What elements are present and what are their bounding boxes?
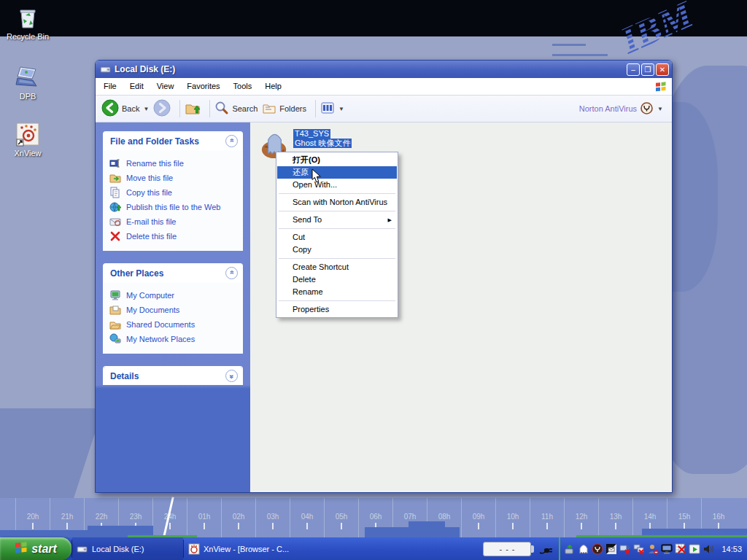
place-my-computer[interactable]: My Computer — [109, 288, 238, 303]
email-icon — [109, 216, 121, 228]
context-menu-item[interactable]: Cut — [277, 231, 397, 244]
tray-media-icon[interactable] — [689, 543, 700, 555]
task-email[interactable]: E-mail this file — [109, 214, 238, 229]
place-my-documents[interactable]: My Documents — [109, 303, 238, 317]
tray-removable-icon[interactable] — [564, 543, 576, 555]
mouse-cursor — [311, 168, 322, 187]
desktop-icon-recycle-bin[interactable]: Recycle Bin — [0, 6, 55, 41]
task-label: Delete this file — [126, 232, 177, 241]
taskbar-task-button[interactable]: XnView - [Browser - C... — [184, 537, 295, 560]
toolbar-separator — [315, 100, 316, 117]
timeline-hour-label: 13h — [598, 498, 632, 537]
task-label: My Computer — [126, 291, 174, 300]
views-icon — [320, 101, 335, 117]
norton-antivirus-icon[interactable] — [640, 102, 653, 116]
norton-dropdown-icon[interactable]: ▼ — [657, 106, 663, 112]
desktop-icon-label: XnView — [0, 149, 55, 158]
tray-display-icon[interactable] — [661, 543, 673, 555]
context-menu-separator — [279, 258, 395, 259]
desktop: IBM 20h21h22h23h24h01h02h03h04h05h06h07h… — [0, 0, 747, 560]
panel-header[interactable]: Other Places » — [104, 264, 242, 282]
context-menu-item[interactable]: Delete — [277, 273, 397, 286]
menu-file[interactable]: File — [97, 78, 123, 95]
battery-gauge-nub — [531, 545, 534, 553]
chevron-down-icon[interactable]: » — [225, 370, 238, 382]
maximize-button[interactable]: ❐ — [641, 63, 654, 76]
menu-edit[interactable]: Edit — [123, 78, 150, 95]
task-button-label: XnView - [Browser - C... — [204, 545, 289, 553]
selected-file-label[interactable]: T43_SYS Ghost 映像文件 — [293, 129, 352, 148]
back-dropdown-icon[interactable]: ▼ — [143, 106, 149, 112]
place-network-places[interactable]: My Network Places — [109, 332, 238, 346]
panel-header[interactable]: Details » — [104, 367, 242, 385]
up-folder-icon — [185, 100, 201, 117]
task-move[interactable]: Move this file — [109, 171, 238, 185]
task-copy[interactable]: Copy this file — [109, 185, 238, 200]
chevron-up-icon[interactable]: » — [225, 267, 238, 279]
task-label: My Documents — [126, 306, 179, 314]
shared-documents-icon — [109, 319, 121, 330]
menu-help[interactable]: Help — [258, 78, 288, 95]
desktop-icon-xnview[interactable]: XnView — [0, 121, 55, 158]
forward-button[interactable] — [153, 99, 171, 118]
tray-ghost-icon[interactable] — [578, 543, 589, 555]
delete-icon — [109, 230, 121, 242]
tray-grid-x-icon[interactable] — [675, 543, 686, 555]
window-title: Local Disk (E:) — [115, 64, 625, 74]
timeline-hour-label: 09h — [461, 498, 495, 537]
folders-button[interactable]: Folders — [262, 101, 306, 117]
search-button[interactable]: Search — [214, 101, 258, 117]
chevron-up-icon[interactable]: » — [225, 135, 238, 147]
desktop-icon-dpb[interactable]: DPB — [0, 64, 55, 101]
recycle-bin-icon — [0, 6, 55, 31]
task-button-label: Local Disk (E:) — [92, 545, 144, 553]
context-menu-item[interactable]: Send To — [277, 214, 397, 226]
norton-antivirus-label: Norton AntiVirus — [579, 104, 637, 113]
context-menu-separator — [279, 300, 395, 301]
wallpaper-line — [552, 44, 586, 46]
menu-view[interactable]: View — [150, 78, 181, 95]
file-and-folder-tasks-panel: File and Folder Tasks » Rename this file… — [103, 131, 243, 251]
context-menu-item[interactable]: Copy — [277, 244, 397, 256]
up-button[interactable] — [185, 100, 201, 117]
context-menu-item[interactable]: 打开(O) — [277, 154, 397, 166]
context-menu-item[interactable]: Create Shortcut — [277, 261, 397, 273]
panel-title: Details — [110, 371, 139, 381]
place-shared-documents[interactable]: Shared Documents — [109, 317, 238, 332]
context-menu-item[interactable]: 还原 — [277, 166, 397, 179]
views-dropdown-icon[interactable]: ▼ — [338, 106, 344, 112]
my-documents-icon — [109, 304, 121, 316]
taskbar-task-button[interactable]: Local Disk (E:) — [72, 537, 183, 560]
timeline-hour-label: 12h — [564, 498, 598, 537]
views-button[interactable]: ▼ — [320, 101, 344, 117]
ac-power-icon — [538, 538, 553, 560]
battery-gauge[interactable]: - - - — [483, 542, 531, 556]
panel-header[interactable]: File and Folder Tasks » — [104, 132, 242, 150]
back-button[interactable]: Back ▼ — [101, 99, 149, 118]
tray-wireless-x-icon[interactable] — [619, 543, 631, 555]
close-button[interactable]: ✕ — [656, 63, 669, 76]
title-bar[interactable]: Local Disk (E:) – ❐ ✕ — [96, 61, 672, 78]
context-menu-item[interactable]: Rename — [277, 286, 397, 298]
wallpaper-timeline-band: 20h21h22h23h24h01h02h03h04h05h06h07h08h0… — [0, 498, 747, 537]
tray-network-x-icon[interactable] — [633, 543, 645, 555]
context-menu-item[interactable]: Scan with Norton AntiVirus — [277, 196, 397, 209]
task-rename[interactable]: Rename this file — [109, 156, 238, 171]
task-delete[interactable]: Delete this file — [109, 229, 238, 244]
minimize-button[interactable]: – — [627, 63, 640, 76]
context-menu-item[interactable]: Properties — [277, 303, 397, 316]
menu-favorites[interactable]: Favorites — [180, 78, 226, 95]
tray-mail-icon[interactable] — [605, 543, 617, 555]
task-publish[interactable]: Publish this file to the Web — [109, 200, 238, 214]
panel-title: Other Places — [110, 268, 163, 279]
start-button[interactable]: start — [0, 537, 71, 560]
timeline-hour-label: 01h — [187, 498, 221, 537]
toolbar: Back ▼ — [96, 96, 672, 122]
menu-tools[interactable]: Tools — [227, 78, 259, 95]
tray-norton-icon[interactable] — [592, 543, 603, 555]
tray-volume-icon[interactable] — [703, 543, 714, 555]
task-pane: File and Folder Tasks » Rename this file… — [96, 122, 250, 492]
context-menu-item[interactable]: Open With... — [277, 179, 397, 191]
tray-status-icon[interactable] — [647, 543, 659, 555]
timeline-hour-label: 03h — [255, 498, 290, 537]
